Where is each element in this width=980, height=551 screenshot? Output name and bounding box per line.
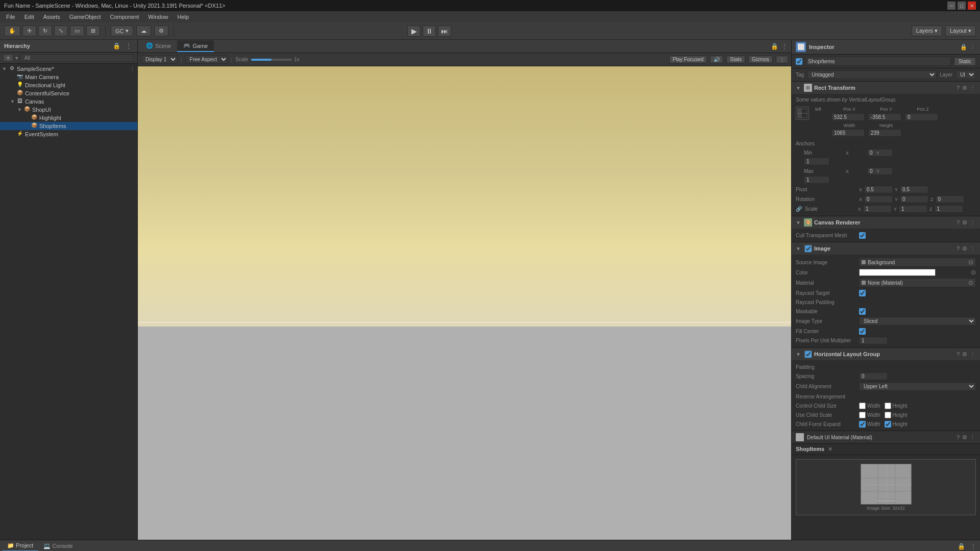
rot-x-input[interactable] xyxy=(864,195,893,203)
force-width-checkbox[interactable] xyxy=(859,421,866,428)
close-button[interactable]: ✕ xyxy=(968,2,976,10)
hand-tool[interactable]: ✋ xyxy=(4,26,20,36)
pivot-button[interactable]: GC ▾ xyxy=(111,26,133,36)
hierarchy-menu-button[interactable]: ⋮ xyxy=(124,42,133,50)
inspector-menu-button[interactable]: ⋮ xyxy=(969,43,976,51)
rect-tool[interactable]: ▭ xyxy=(70,26,84,36)
maskable-checkbox[interactable] xyxy=(859,308,866,315)
aspect-select[interactable]: Free Aspect xyxy=(185,55,228,64)
canvas-renderer-header[interactable]: ▼ 🎨 Canvas Renderer ? ⚙ ⋮ xyxy=(792,216,980,229)
menu-file[interactable]: File xyxy=(2,13,19,21)
settings-btn[interactable]: ⚙ xyxy=(962,219,968,227)
hierarchy-add-button[interactable]: + xyxy=(3,54,13,62)
static-button[interactable]: Static xyxy=(954,57,976,66)
menu-assets[interactable]: Assets xyxy=(39,13,64,21)
hierarchy-search-input[interactable]: All xyxy=(20,54,134,62)
help-button[interactable]: ? xyxy=(956,84,960,92)
pos-y-input[interactable] xyxy=(868,113,901,121)
scene-tab[interactable]: 🌐 Scene xyxy=(140,40,177,52)
play-button[interactable]: ▶ xyxy=(407,26,421,37)
horizontal-layout-header[interactable]: ▼ Horizontal Layout Group ? ⚙ ⋮ xyxy=(792,348,980,360)
scale-x-input[interactable] xyxy=(863,205,892,213)
shopitems-close-icon[interactable]: ✕ xyxy=(828,446,832,452)
material-help-btn[interactable]: ? xyxy=(956,434,960,441)
settings-button[interactable]: ⚙ xyxy=(962,84,968,92)
hierarchy-item-canvas[interactable]: ▼ 🖼 Canvas xyxy=(0,97,137,106)
console-tab[interactable]: 💻 Console xyxy=(38,541,78,551)
width-input[interactable] xyxy=(831,129,865,137)
scale-area[interactable]: 1x xyxy=(251,57,300,62)
image-enabled-checkbox[interactable] xyxy=(805,245,812,252)
settings-btn[interactable]: ⚙ xyxy=(962,350,968,358)
hierarchy-item-eventsystem[interactable]: ⚡ EventSystem xyxy=(0,130,137,138)
settings-button[interactable]: ⚙ xyxy=(154,26,168,36)
hierarchy-item-samplescene[interactable]: ▼ ⚙ SampleScene* ⋮ xyxy=(0,65,137,73)
hierarchy-item-shopui[interactable]: ▼ 📦 ShopUI xyxy=(0,106,137,114)
control-width-checkbox[interactable] xyxy=(859,403,866,409)
bottom-menu-button[interactable]: ⋮ xyxy=(969,542,978,550)
bottom-lock-button[interactable]: 🔒 xyxy=(956,542,967,550)
hierarchy-lock-button[interactable]: 🔒 xyxy=(111,42,122,50)
image-type-select[interactable]: Sliced xyxy=(859,317,976,325)
anchor-icon[interactable] xyxy=(796,107,809,120)
object-enabled-checkbox[interactable] xyxy=(796,58,802,65)
pivot-x-input[interactable] xyxy=(864,186,893,193)
layout-button[interactable]: Layout ▾ xyxy=(945,26,976,36)
menu-component[interactable]: Component xyxy=(106,13,143,21)
use-scale-height-checkbox[interactable] xyxy=(885,412,891,418)
fill-center-checkbox[interactable] xyxy=(859,328,866,335)
spacing-input[interactable] xyxy=(859,372,888,380)
hlg-enabled-checkbox[interactable] xyxy=(805,351,812,358)
project-tab[interactable]: 📁 Project xyxy=(2,541,38,551)
source-image-ref[interactable]: Background ⊙ xyxy=(859,258,976,267)
scale-y-input[interactable] xyxy=(899,205,927,213)
menu-help[interactable]: Help xyxy=(173,13,193,21)
tag-select[interactable]: Untagged xyxy=(807,70,937,79)
view-more-button[interactable]: ⋮ xyxy=(776,56,788,63)
asset-pick-button[interactable]: ⊙ xyxy=(968,259,973,266)
help-btn[interactable]: ? xyxy=(956,245,960,253)
menu-btn[interactable]: ⋮ xyxy=(969,219,976,227)
hierarchy-item-highlight[interactable]: 📦 Highlight xyxy=(0,114,137,122)
view-lock-button[interactable]: 🔒 xyxy=(769,42,780,51)
menu-btn[interactable]: ⋮ xyxy=(969,350,976,358)
gizmos-button[interactable]: Gizmos xyxy=(748,56,773,63)
view-menu-button[interactable]: ⋮ xyxy=(780,42,789,51)
move-tool[interactable]: ✛ xyxy=(22,26,36,36)
window-controls[interactable]: ─ □ ✕ xyxy=(947,2,976,10)
settings-btn[interactable]: ⚙ xyxy=(962,245,968,253)
pause-button[interactable]: ⏸ xyxy=(423,26,436,37)
color-pick-button[interactable]: ⊙ xyxy=(971,269,976,276)
scale-bar[interactable] xyxy=(251,59,292,61)
rot-y-input[interactable] xyxy=(900,195,928,203)
material-settings-btn[interactable]: ⚙ xyxy=(962,434,968,441)
max-y-input[interactable] xyxy=(804,176,829,184)
layers-button[interactable]: Layers ▾ xyxy=(912,26,942,36)
cull-checkbox[interactable] xyxy=(859,232,866,239)
item-menu-icon[interactable]: ⋮ xyxy=(130,66,135,72)
menu-window[interactable]: Window xyxy=(144,13,172,21)
use-scale-width-checkbox[interactable] xyxy=(859,412,866,418)
hierarchy-item-directional-light[interactable]: 💡 Directional Light xyxy=(0,81,137,89)
force-height-checkbox[interactable] xyxy=(885,421,891,428)
help-btn[interactable]: ? xyxy=(956,219,960,227)
control-height-checkbox[interactable] xyxy=(885,403,891,409)
step-button[interactable]: ⏭ xyxy=(438,26,451,37)
scale-z-input[interactable] xyxy=(935,205,963,213)
minimize-button[interactable]: ─ xyxy=(947,2,955,10)
pos-x-input[interactable] xyxy=(831,113,865,121)
material-menu-btn[interactable]: ⋮ xyxy=(969,434,976,441)
rot-z-input[interactable] xyxy=(936,195,964,203)
material-ref[interactable]: None (Material) ⊙ xyxy=(859,278,976,287)
mute-button[interactable]: 🔊 xyxy=(710,56,723,63)
maximize-button[interactable]: □ xyxy=(958,2,966,10)
hierarchy-item-contentful[interactable]: 📦 ContentfulService xyxy=(0,89,137,97)
pivot-y-input[interactable] xyxy=(900,186,928,193)
child-alignment-select[interactable]: Upper Left xyxy=(859,382,976,391)
layer-select[interactable]: UI xyxy=(955,70,976,79)
stats-button[interactable]: Stats xyxy=(726,56,745,63)
hierarchy-item-main-camera[interactable]: 📷 Main Camera xyxy=(0,73,137,81)
rect-transform-header[interactable]: ▼ ⊞ Rect Transform ? ⚙ ⋮ xyxy=(792,82,980,94)
inspector-lock-button[interactable]: 🔒 xyxy=(960,43,968,51)
scale-tool[interactable]: ⤡ xyxy=(54,26,68,36)
